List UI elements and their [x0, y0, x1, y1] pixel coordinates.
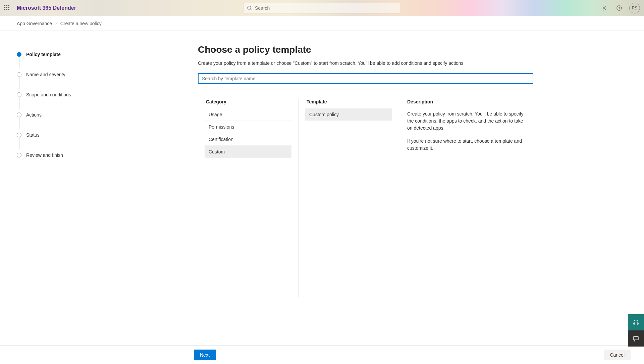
step-name-severity[interactable]: Name and severity [17, 64, 164, 85]
category-custom[interactable]: Custom [205, 146, 291, 158]
step-label: Actions [26, 112, 42, 118]
app-launcher-icon[interactable] [4, 5, 11, 11]
step-label: Name and severity [26, 72, 65, 77]
svg-point-0 [248, 6, 251, 9]
step-indicator-icon [17, 52, 21, 57]
category-certification[interactable]: Certification [205, 133, 291, 146]
global-search[interactable] [243, 3, 401, 13]
chevron-right-icon: › [55, 21, 57, 26]
content: Policy template Name and severity Scope … [0, 31, 644, 345]
main-panel: Choose a policy template Create your pol… [181, 31, 644, 345]
avatar[interactable]: RS [629, 3, 640, 13]
breadcrumb: App Governance › Create a new policy [0, 16, 644, 31]
svg-rect-4 [634, 323, 635, 324]
step-label: Scope and conditions [26, 92, 71, 97]
svg-rect-6 [634, 336, 638, 340]
category-permissions[interactable]: Permissions [205, 121, 291, 133]
wizard-sidebar: Policy template Name and severity Scope … [0, 31, 181, 345]
template-custom-policy[interactable]: Custom policy [305, 108, 392, 121]
gear-icon [601, 5, 607, 11]
next-button[interactable]: Next [194, 350, 216, 360]
help-icon [616, 5, 622, 11]
step-review-finish[interactable]: Review and finish [17, 145, 164, 165]
app-title: Microsoft 365 Defender [17, 5, 76, 11]
headset-icon [633, 319, 639, 326]
step-indicator-icon [17, 72, 21, 77]
category-usage[interactable]: Usage [205, 108, 291, 121]
wizard-steps: Policy template Name and severity Scope … [17, 44, 164, 165]
step-label: Review and finish [26, 152, 63, 158]
wizard-footer: Next Cancel [0, 345, 644, 364]
svg-rect-5 [637, 323, 638, 324]
template-search-input[interactable] [198, 73, 533, 84]
svg-point-2 [603, 7, 605, 9]
cancel-button[interactable]: Cancel [604, 350, 631, 360]
description-paragraph: Create your policy from scratch. You'll … [407, 110, 527, 132]
step-indicator-icon [17, 92, 21, 97]
breadcrumb-root[interactable]: App Governance [17, 21, 52, 26]
step-actions[interactable]: Actions [17, 105, 164, 125]
template-columns: Category Usage Permissions Certification… [198, 92, 533, 297]
floating-buttons [628, 314, 644, 347]
feedback-icon [633, 335, 639, 342]
feedback-button[interactable] [628, 330, 644, 347]
header: Microsoft 365 Defender RS [0, 0, 644, 16]
step-label: Policy template [26, 52, 61, 57]
step-indicator-icon [17, 133, 21, 137]
support-button[interactable] [628, 314, 644, 330]
description-paragraph: If you're not sure where to start, choos… [407, 138, 527, 152]
template-header: Template [305, 99, 392, 104]
global-search-input[interactable] [255, 5, 397, 11]
svg-line-1 [251, 9, 252, 10]
description-header: Description [407, 99, 527, 104]
category-column: Category Usage Permissions Certification… [198, 99, 299, 297]
step-policy-template[interactable]: Policy template [17, 44, 164, 64]
step-indicator-icon [17, 112, 21, 117]
help-button[interactable] [614, 3, 625, 13]
template-column: Template Custom policy [299, 99, 399, 297]
step-label: Status [26, 132, 40, 138]
settings-button[interactable] [598, 3, 609, 13]
step-indicator-icon [17, 153, 21, 157]
step-status[interactable]: Status [17, 125, 164, 145]
header-right: RS [598, 3, 640, 13]
step-scope-conditions[interactable]: Scope and conditions [17, 85, 164, 105]
search-icon [247, 5, 252, 11]
breadcrumb-current: Create a new policy [60, 21, 102, 26]
page-title: Choose a policy template [198, 44, 627, 55]
description-column: Description Create your policy from scra… [399, 99, 533, 297]
category-header: Category [205, 99, 291, 104]
page-subtitle: Create your policy from a template or ch… [198, 60, 627, 66]
